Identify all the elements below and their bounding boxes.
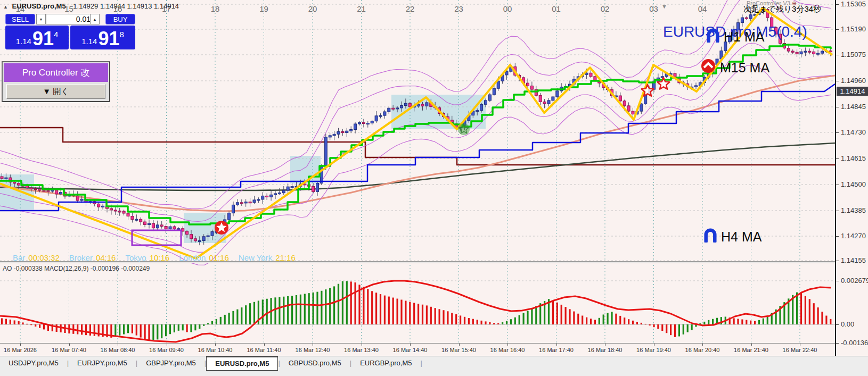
candle-body xyxy=(97,204,100,207)
price-scale-label: 0.002679 xyxy=(841,277,868,285)
candle-body xyxy=(240,203,243,204)
candle-body xyxy=(122,211,125,213)
volume-input[interactable] xyxy=(46,14,93,24)
candle-body xyxy=(539,95,542,102)
macd-histogram-bar xyxy=(737,319,739,324)
candle-body xyxy=(632,111,634,114)
buy-button[interactable]: BUY xyxy=(105,14,135,24)
time-tick xyxy=(20,344,21,346)
candle-body xyxy=(425,103,428,106)
macd-histogram-bar xyxy=(363,287,364,324)
candle-body xyxy=(383,112,386,115)
chart-event-triangle-icon: ▼ xyxy=(661,3,667,10)
macd-histogram-bar xyxy=(77,324,78,335)
macd-histogram-bar xyxy=(674,324,676,337)
tab-eurjpy[interactable]: EURJPY.pro,M5 xyxy=(69,357,136,370)
macd-histogram-bar xyxy=(691,324,693,330)
macd-histogram-bar xyxy=(641,323,642,324)
price-tick xyxy=(836,343,839,344)
price-scale-label: 1.14270 xyxy=(841,232,866,240)
time-tick xyxy=(751,344,752,346)
macd-histogram-bar xyxy=(186,324,188,332)
price-scale-label: 0.00 xyxy=(841,320,854,328)
price-scale-label: 1.14960 xyxy=(841,77,866,85)
candle-body xyxy=(396,108,399,109)
macd-histogram-bar xyxy=(809,299,810,324)
candle-body xyxy=(266,196,268,197)
chart-ohlc-values: 1.14929 1.14944 1.14913 1.14914 xyxy=(73,2,179,10)
pro-controller-open-button[interactable]: ▼ 開く xyxy=(6,84,105,99)
candle-body xyxy=(1,177,3,179)
macd-histogram-bar xyxy=(22,322,23,324)
tab-gbpjpy[interactable]: GBPJPY.pro,M5 xyxy=(137,357,204,370)
macd-histogram-bar xyxy=(754,321,756,324)
collapse-triangle-icon[interactable]: ▲ xyxy=(3,4,8,10)
macd-histogram-bar xyxy=(148,324,150,340)
time-scale-label: 16 Mar 10:40 xyxy=(198,347,233,353)
tab-eurusd[interactable]: EURUSD.pro,M5 xyxy=(206,356,278,371)
macd-histogram-bar xyxy=(514,317,516,324)
tab-usdjpy[interactable]: USDJPY.pro,M5 xyxy=(0,357,67,370)
volume-decrease-button[interactable]: ▼ xyxy=(36,14,46,24)
candle-body xyxy=(249,202,251,203)
macd-histogram-bar xyxy=(611,312,612,324)
price-scale[interactable]: 1.153051.151901.150751.149601.148451.147… xyxy=(835,0,868,356)
candle-body xyxy=(198,241,201,242)
highlight-zone-box xyxy=(0,174,34,210)
macd-histogram-bar xyxy=(624,317,625,324)
buy-price-main: 91 xyxy=(98,30,119,47)
sell-price-display[interactable]: 1.14 91 4 xyxy=(5,26,69,49)
candle-body xyxy=(244,202,247,203)
time-tick xyxy=(118,344,118,346)
macd-histogram-bar xyxy=(178,324,179,331)
macd-histogram-bar xyxy=(426,305,428,324)
mt4-chart-window: 14151617181920212223000102030405 ▲ EURUS… xyxy=(0,0,868,376)
candle-body xyxy=(190,235,193,239)
m15-ma-circle-icon xyxy=(701,59,716,77)
tab-eurgbp[interactable]: EURGBP.pro,M5 xyxy=(351,357,420,370)
buy-price-pip: 8 xyxy=(119,30,124,39)
candle-body xyxy=(76,196,79,200)
candle-body xyxy=(543,102,546,104)
macd-histogram-bar xyxy=(586,317,587,324)
macd-histogram-bar xyxy=(497,323,499,324)
macd-histogram-bar xyxy=(455,314,457,324)
sell-button[interactable]: SELL xyxy=(5,14,35,24)
candle-body xyxy=(194,239,196,241)
price-tick xyxy=(836,324,839,325)
candle-body xyxy=(358,122,361,124)
candle-body xyxy=(640,104,643,111)
macd-histogram-bar xyxy=(279,297,280,324)
macd-histogram-bar xyxy=(287,296,289,324)
candle-body xyxy=(257,199,260,200)
macd-histogram-bar xyxy=(316,292,318,324)
session-time: 01:16 xyxy=(209,253,229,262)
macd-histogram-bar xyxy=(451,313,453,324)
time-scale-label: 16 Mar 2026 xyxy=(4,347,37,353)
hour-label: 00 xyxy=(503,4,512,13)
macd-indicator-header: AO -0.000338 MACD(12,26,9) -0.000196 -0.… xyxy=(3,265,150,272)
tab-gbpusd[interactable]: GBPUSD.pro,M5 xyxy=(280,357,350,370)
macd-histogram-bar xyxy=(552,300,554,324)
macd-histogram-bar xyxy=(800,293,802,324)
macd-histogram-bar xyxy=(56,324,58,332)
price-chart-canvas: 14151617181920212223000102030405 xyxy=(0,0,835,344)
candle-body xyxy=(173,227,176,229)
candle-body xyxy=(34,189,37,190)
macd-histogram-bar xyxy=(161,324,162,338)
candle-body xyxy=(485,101,487,104)
maroon-step-line xyxy=(0,128,835,165)
macd-histogram-bar xyxy=(763,319,764,324)
candle-body xyxy=(392,108,395,109)
buy-price-display[interactable]: 1.14 91 8 xyxy=(70,26,135,49)
candle-body xyxy=(5,178,7,179)
macd-histogram-bar xyxy=(291,296,293,324)
time-scale[interactable]: 16 Mar 202616 Mar 07:4016 Mar 08:4016 Ma… xyxy=(0,344,835,356)
macd-histogram-bar xyxy=(590,319,592,324)
volume-increase-button[interactable]: ▲ xyxy=(90,14,100,24)
macd-histogram-bar xyxy=(607,313,609,324)
time-tick xyxy=(215,344,216,346)
candle-body xyxy=(362,122,365,123)
candle-body xyxy=(30,188,32,189)
pro-controller-header[interactable]: Pro Controller 改 xyxy=(4,63,108,82)
